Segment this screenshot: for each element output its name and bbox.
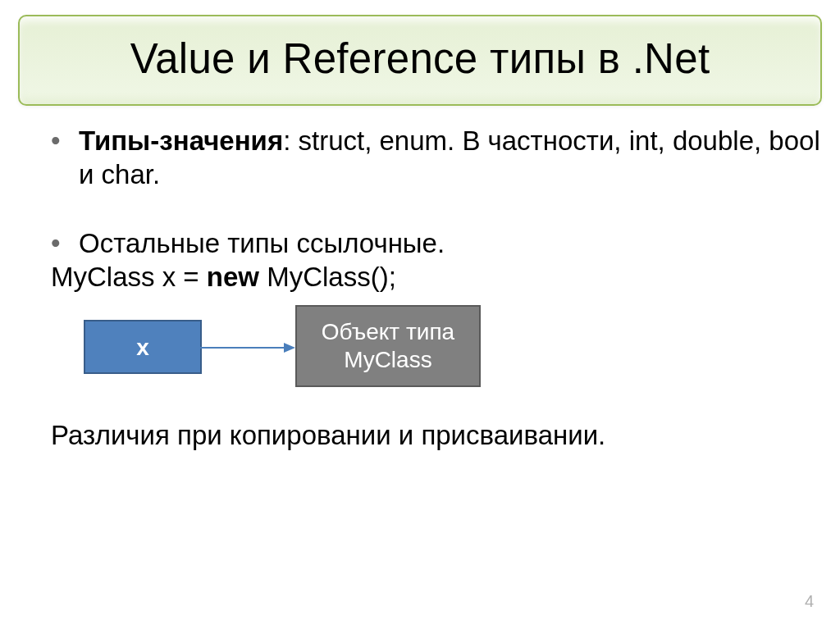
bullet-item-1: Типы-значения: struct, enum. В частности… bbox=[51, 124, 822, 192]
slide: Value и Reference типы в .Net Типы-значе… bbox=[0, 0, 840, 629]
conclusion: Различия при копировании и присваивании. bbox=[51, 418, 822, 452]
code-line: MyClass x = new MyClass(); bbox=[51, 260, 822, 294]
title-box: Value и Reference типы в .Net bbox=[18, 15, 822, 106]
arrow-icon bbox=[199, 340, 297, 356]
content-area: Типы-значения: struct, enum. В частности… bbox=[18, 124, 822, 452]
object-box: Объект типа MyClass bbox=[295, 305, 481, 387]
spacer-2 bbox=[18, 397, 822, 418]
svg-marker-1 bbox=[284, 343, 295, 353]
code-new: new bbox=[207, 262, 259, 292]
variable-box: x bbox=[84, 320, 202, 374]
reference-diagram: x Объект типа MyClass bbox=[84, 305, 822, 387]
object-line2: MyClass bbox=[344, 346, 431, 374]
code-pre: MyClass x = bbox=[51, 262, 207, 292]
page-number: 4 bbox=[805, 592, 814, 611]
bullet-list-2: Остальные типы ссылочные. bbox=[51, 226, 822, 260]
spacer bbox=[18, 192, 822, 226]
object-line1: Объект типа bbox=[322, 318, 454, 346]
slide-title: Value и Reference типы в .Net bbox=[28, 34, 812, 83]
bullet-list-1: Типы-значения: struct, enum. В частности… bbox=[51, 124, 822, 192]
bullet-item-2: Остальные типы ссылочные. bbox=[51, 226, 822, 260]
bullet1-strong: Типы-значения bbox=[79, 125, 283, 156]
code-post: MyClass(); bbox=[259, 262, 396, 292]
